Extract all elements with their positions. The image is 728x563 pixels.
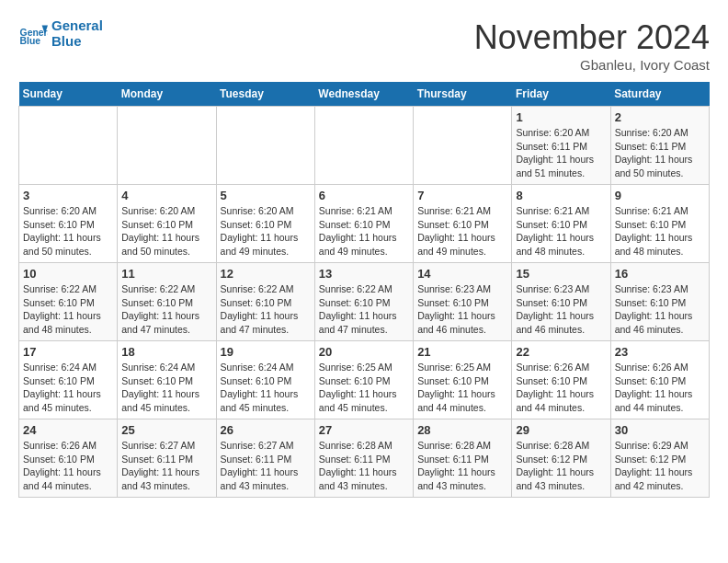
day-number: 15: [516, 267, 606, 281]
day-info: Sunrise: 6:26 AM Sunset: 6:10 PM Dayligh…: [23, 439, 113, 493]
day-info: Sunrise: 6:21 AM Sunset: 6:10 PM Dayligh…: [319, 204, 409, 259]
logo-line2: Blue: [51, 34, 103, 50]
calendar-cell: 22Sunrise: 6:26 AM Sunset: 6:10 PM Dayli…: [512, 341, 610, 419]
calendar-cell: 23Sunrise: 6:26 AM Sunset: 6:10 PM Dayli…: [610, 341, 709, 419]
day-number: 28: [417, 423, 507, 437]
day-info: Sunrise: 6:20 AM Sunset: 6:10 PM Dayligh…: [121, 204, 211, 259]
day-info: Sunrise: 6:27 AM Sunset: 6:11 PM Dayligh…: [221, 439, 311, 493]
page-header: General Blue General Blue November 2024 …: [18, 18, 710, 73]
day-number: 21: [417, 345, 507, 359]
calendar-cell: 13Sunrise: 6:22 AM Sunset: 6:10 PM Dayli…: [314, 263, 413, 341]
day-number: 1: [516, 110, 606, 124]
day-info: Sunrise: 6:23 AM Sunset: 6:10 PM Dayligh…: [417, 282, 507, 337]
calendar-cell: [414, 107, 512, 185]
calendar-cell: 25Sunrise: 6:27 AM Sunset: 6:11 PM Dayli…: [118, 419, 216, 498]
calendar-week-row: 1Sunrise: 6:20 AM Sunset: 6:11 PM Daylig…: [19, 107, 710, 185]
day-info: Sunrise: 6:29 AM Sunset: 6:12 PM Dayligh…: [615, 439, 705, 493]
location: Gbanleu, Ivory Coast: [474, 57, 710, 73]
day-number: 11: [121, 267, 211, 281]
calendar-table: SundayMondayTuesdayWednesdayThursdayFrid…: [18, 82, 710, 498]
calendar-cell: 28Sunrise: 6:28 AM Sunset: 6:11 PM Dayli…: [414, 419, 512, 498]
day-number: 17: [23, 345, 113, 359]
logo-line1: General: [51, 18, 103, 34]
calendar-cell: 11Sunrise: 6:22 AM Sunset: 6:10 PM Dayli…: [118, 263, 216, 341]
calendar-cell: 16Sunrise: 6:23 AM Sunset: 6:10 PM Dayli…: [610, 263, 709, 341]
day-info: Sunrise: 6:20 AM Sunset: 6:10 PM Dayligh…: [23, 204, 113, 259]
calendar-cell: 8Sunrise: 6:21 AM Sunset: 6:10 PM Daylig…: [512, 185, 610, 263]
day-info: Sunrise: 6:28 AM Sunset: 6:11 PM Dayligh…: [417, 439, 507, 493]
calendar-week-row: 10Sunrise: 6:22 AM Sunset: 6:10 PM Dayli…: [19, 263, 710, 341]
day-of-week-header: Tuesday: [216, 82, 314, 107]
calendar-cell: 9Sunrise: 6:21 AM Sunset: 6:10 PM Daylig…: [610, 185, 709, 263]
title-block: November 2024 Gbanleu, Ivory Coast: [474, 18, 710, 73]
calendar-cell: 4Sunrise: 6:20 AM Sunset: 6:10 PM Daylig…: [118, 185, 216, 263]
day-of-week-header: Saturday: [610, 82, 709, 107]
calendar-cell: 6Sunrise: 6:21 AM Sunset: 6:10 PM Daylig…: [314, 185, 413, 263]
day-number: 14: [417, 267, 507, 281]
calendar-cell: 21Sunrise: 6:25 AM Sunset: 6:10 PM Dayli…: [414, 341, 512, 419]
day-info: Sunrise: 6:21 AM Sunset: 6:10 PM Dayligh…: [516, 204, 606, 259]
day-number: 23: [615, 345, 705, 359]
day-info: Sunrise: 6:20 AM Sunset: 6:10 PM Dayligh…: [221, 204, 311, 259]
day-of-week-header: Sunday: [19, 82, 118, 107]
day-of-week-header: Friday: [512, 82, 610, 107]
day-number: 8: [516, 189, 606, 202]
calendar-week-row: 24Sunrise: 6:26 AM Sunset: 6:10 PM Dayli…: [19, 419, 710, 498]
day-info: Sunrise: 6:27 AM Sunset: 6:11 PM Dayligh…: [121, 439, 211, 493]
calendar-cell: 24Sunrise: 6:26 AM Sunset: 6:10 PM Dayli…: [19, 419, 118, 498]
calendar-cell: 10Sunrise: 6:22 AM Sunset: 6:10 PM Dayli…: [19, 263, 118, 341]
day-number: 29: [516, 423, 606, 437]
day-info: Sunrise: 6:28 AM Sunset: 6:12 PM Dayligh…: [516, 439, 606, 493]
day-info: Sunrise: 6:22 AM Sunset: 6:10 PM Dayligh…: [221, 282, 311, 337]
day-number: 6: [319, 189, 409, 202]
day-number: 2: [615, 110, 705, 124]
calendar-cell: 14Sunrise: 6:23 AM Sunset: 6:10 PM Dayli…: [414, 263, 512, 341]
day-number: 12: [221, 267, 311, 281]
day-number: 19: [221, 345, 311, 359]
day-info: Sunrise: 6:24 AM Sunset: 6:10 PM Dayligh…: [23, 361, 113, 415]
day-number: 7: [417, 189, 507, 202]
calendar-cell: 3Sunrise: 6:20 AM Sunset: 6:10 PM Daylig…: [19, 185, 118, 263]
day-info: Sunrise: 6:23 AM Sunset: 6:10 PM Dayligh…: [615, 282, 705, 337]
day-number: 27: [319, 423, 409, 437]
calendar-cell: 18Sunrise: 6:24 AM Sunset: 6:10 PM Dayli…: [118, 341, 216, 419]
day-info: Sunrise: 6:24 AM Sunset: 6:10 PM Dayligh…: [121, 361, 211, 415]
day-number: 10: [23, 267, 113, 281]
calendar-cell: [216, 107, 314, 185]
calendar-cell: [118, 107, 216, 185]
calendar-cell: 15Sunrise: 6:23 AM Sunset: 6:10 PM Dayli…: [512, 263, 610, 341]
day-number: 18: [121, 345, 211, 359]
day-info: Sunrise: 6:26 AM Sunset: 6:10 PM Dayligh…: [516, 361, 606, 415]
calendar-cell: 19Sunrise: 6:24 AM Sunset: 6:10 PM Dayli…: [216, 341, 314, 419]
calendar-cell: 17Sunrise: 6:24 AM Sunset: 6:10 PM Dayli…: [19, 341, 118, 419]
day-of-week-header: Wednesday: [314, 82, 413, 107]
calendar-cell: 1Sunrise: 6:20 AM Sunset: 6:11 PM Daylig…: [512, 107, 610, 185]
day-info: Sunrise: 6:25 AM Sunset: 6:10 PM Dayligh…: [319, 361, 409, 415]
calendar-week-row: 17Sunrise: 6:24 AM Sunset: 6:10 PM Dayli…: [19, 341, 710, 419]
day-info: Sunrise: 6:20 AM Sunset: 6:11 PM Dayligh…: [516, 126, 606, 180]
day-info: Sunrise: 6:28 AM Sunset: 6:11 PM Dayligh…: [319, 439, 409, 493]
calendar-cell: 27Sunrise: 6:28 AM Sunset: 6:11 PM Dayli…: [314, 419, 413, 498]
calendar-week-row: 3Sunrise: 6:20 AM Sunset: 6:10 PM Daylig…: [19, 185, 710, 263]
day-info: Sunrise: 6:21 AM Sunset: 6:10 PM Dayligh…: [615, 204, 705, 259]
day-number: 5: [221, 189, 311, 202]
day-info: Sunrise: 6:20 AM Sunset: 6:11 PM Dayligh…: [615, 126, 705, 180]
calendar-cell: 5Sunrise: 6:20 AM Sunset: 6:10 PM Daylig…: [216, 185, 314, 263]
svg-text:Blue: Blue: [20, 36, 41, 46]
calendar-cell: 12Sunrise: 6:22 AM Sunset: 6:10 PM Dayli…: [216, 263, 314, 341]
day-info: Sunrise: 6:26 AM Sunset: 6:10 PM Dayligh…: [615, 361, 705, 415]
day-info: Sunrise: 6:24 AM Sunset: 6:10 PM Dayligh…: [221, 361, 311, 415]
day-number: 4: [121, 189, 211, 202]
calendar-cell: 30Sunrise: 6:29 AM Sunset: 6:12 PM Dayli…: [610, 419, 709, 498]
day-number: 25: [121, 423, 211, 437]
calendar-cell: 2Sunrise: 6:20 AM Sunset: 6:11 PM Daylig…: [610, 107, 709, 185]
day-number: 24: [23, 423, 113, 437]
calendar-cell: 7Sunrise: 6:21 AM Sunset: 6:10 PM Daylig…: [414, 185, 512, 263]
calendar-cell: 29Sunrise: 6:28 AM Sunset: 6:12 PM Dayli…: [512, 419, 610, 498]
day-info: Sunrise: 6:22 AM Sunset: 6:10 PM Dayligh…: [23, 282, 113, 337]
day-info: Sunrise: 6:23 AM Sunset: 6:10 PM Dayligh…: [516, 282, 606, 337]
day-info: Sunrise: 6:22 AM Sunset: 6:10 PM Dayligh…: [121, 282, 211, 337]
month-title: November 2024: [474, 18, 710, 57]
day-of-week-header: Monday: [118, 82, 216, 107]
calendar-cell: 26Sunrise: 6:27 AM Sunset: 6:11 PM Dayli…: [216, 419, 314, 498]
